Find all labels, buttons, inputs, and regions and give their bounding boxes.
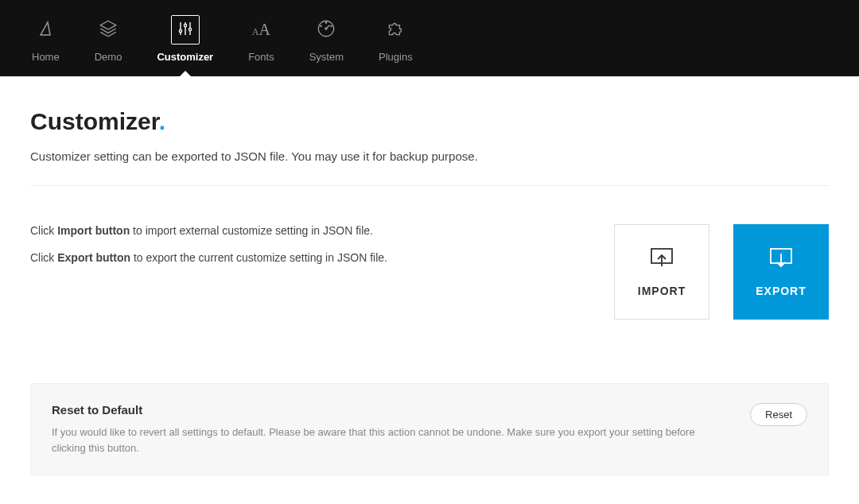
- nav-item-customizer[interactable]: Customizer: [139, 0, 231, 76]
- svg-point-10: [321, 25, 321, 26]
- nav-label: Demo: [95, 51, 122, 63]
- nav-item-fonts[interactable]: AA Fonts: [231, 0, 292, 76]
- top-nav: Home Demo: [0, 0, 859, 76]
- svg-point-8: [325, 28, 327, 29]
- divider: [30, 185, 829, 186]
- svg-point-3: [179, 29, 181, 32]
- reset-title: Reset to Default: [52, 403, 704, 417]
- reset-description: If you would like to revert all settings…: [52, 425, 704, 456]
- nav-label: Home: [32, 51, 60, 63]
- import-export-buttons: IMPORT EXPORT: [614, 224, 829, 320]
- puzzle-icon: [385, 18, 406, 41]
- export-hint: Click Export button to export the curren…: [30, 251, 387, 264]
- title-dot: .: [159, 108, 165, 134]
- reset-button[interactable]: Reset: [750, 403, 807, 426]
- svg-point-4: [184, 24, 186, 26]
- sail-icon: [36, 19, 55, 41]
- nav-label: Fonts: [248, 51, 274, 63]
- import-button[interactable]: IMPORT: [614, 224, 709, 320]
- import-export-text: Click Import button to import external c…: [30, 224, 387, 278]
- export-label: EXPORT: [756, 285, 807, 297]
- nav-item-demo[interactable]: Demo: [77, 0, 140, 76]
- import-label: IMPORT: [638, 285, 686, 297]
- import-export-section: Click Import button to import external c…: [30, 224, 829, 320]
- nav-item-plugins[interactable]: Plugins: [361, 0, 430, 76]
- gauge-icon: [316, 18, 336, 41]
- nav-label: System: [309, 51, 344, 63]
- reset-panel: Reset to Default If you would like to re…: [30, 383, 829, 475]
- page-title-text: Customizer: [30, 108, 159, 134]
- page-description: Customizer setting can be exported to JS…: [30, 149, 829, 163]
- sliders-icon: [171, 15, 200, 45]
- layers-icon: [98, 18, 119, 41]
- page-content: Customizer. Customizer setting can be ex…: [0, 76, 859, 499]
- import-hint: Click Import button to import external c…: [30, 224, 387, 237]
- download-icon: [769, 247, 793, 285]
- nav-item-system[interactable]: System: [292, 0, 361, 76]
- upload-icon: [650, 247, 674, 285]
- svg-point-5: [189, 28, 191, 30]
- nav-item-home[interactable]: Home: [14, 0, 77, 76]
- svg-point-11: [331, 25, 332, 26]
- export-button[interactable]: EXPORT: [733, 224, 829, 320]
- svg-point-9: [326, 22, 327, 23]
- nav-label: Customizer: [157, 51, 213, 63]
- nav-label: Plugins: [379, 51, 413, 63]
- fonts-icon: AA: [252, 21, 270, 39]
- page-title: Customizer.: [30, 108, 829, 135]
- reset-text: Reset to Default If you would like to re…: [52, 403, 704, 456]
